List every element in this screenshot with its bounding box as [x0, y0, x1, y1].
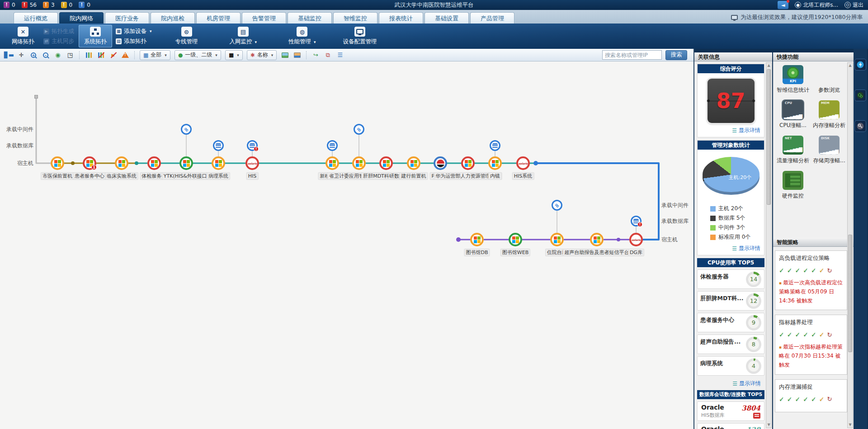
topology-node[interactable]: [509, 233, 522, 246]
cpu-top5-item[interactable]: 病理系统: [697, 356, 764, 376]
topology-node[interactable]: [470, 233, 484, 246]
alert-badge[interactable]: !56: [22, 2, 37, 8]
warning-check-icon[interactable]: ✓: [819, 331, 825, 338]
warning-check-icon[interactable]: ✓: [819, 396, 825, 403]
topology-node[interactable]: [434, 156, 447, 170]
quick-app-cpu[interactable]: CPU▂▃▄▅▆▇CPU涨幅...: [775, 100, 811, 129]
ribbon-add-topology[interactable]: ▤ 添加拓扑: [116, 38, 152, 45]
cpu-top5-item[interactable]: 体检服务器: [697, 269, 764, 289]
tab-院内巡检[interactable]: 院内巡检: [151, 12, 195, 24]
check-icon[interactable]: ✓: [779, 331, 784, 338]
topology-node[interactable]: [379, 156, 393, 170]
tab-院内网络[interactable]: 院内网络: [59, 12, 104, 24]
tab-智维监控[interactable]: 智维监控: [333, 12, 377, 24]
list-view-icon[interactable]: ☰: [335, 50, 345, 60]
tab-基础监控[interactable]: 基础监控: [288, 12, 332, 24]
check-icon[interactable]: ✓: [787, 267, 793, 274]
topology-node[interactable]: solaris: [629, 233, 643, 246]
tab-产品管理[interactable]: 产品管理: [470, 12, 514, 24]
quick-action-lightning-button[interactable]: [854, 59, 866, 71]
middleware-icon[interactable]: ∞: [354, 124, 364, 135]
ribbon-line-mgmt[interactable]: ⊙ 专线管理: [170, 25, 203, 47]
scroll-thumb[interactable]: [848, 235, 852, 352]
topology-node[interactable]: [461, 156, 475, 170]
ribbon-network-access[interactable]: ▤ 入网监控 ▾: [224, 25, 263, 47]
quick-app-net[interactable]: NET▂▃▄▅▆▇流量涨幅分析: [775, 136, 811, 165]
topology-node[interactable]: [147, 156, 161, 170]
quick-panel-scrollbar[interactable]: ▲ ▼: [847, 62, 853, 428]
middleware-icon[interactable]: ∞: [181, 124, 192, 135]
alert-badge[interactable]: !0: [79, 2, 90, 8]
copy-icon[interactable]: ⧉: [322, 50, 333, 60]
scroll-thumb[interactable]: [767, 69, 771, 205]
search-button[interactable]: 搜索: [665, 50, 687, 60]
check-icon[interactable]: ✓: [803, 396, 808, 403]
overview-icon[interactable]: ◉: [52, 50, 63, 60]
check-icon[interactable]: ✓: [803, 331, 808, 338]
topology-node[interactable]: [179, 156, 193, 170]
check-icon[interactable]: ✓: [795, 396, 800, 403]
tab-运行概览[interactable]: 运行概览: [14, 12, 58, 24]
topology-node[interactable]: [488, 156, 502, 170]
topology-node[interactable]: [590, 233, 604, 246]
refresh-icon[interactable]: ↻: [827, 396, 832, 402]
search-input[interactable]: [602, 50, 662, 60]
middleware-icon[interactable]: ∞: [552, 200, 562, 211]
topology-node[interactable]: [115, 156, 128, 170]
topology-node[interactable]: [407, 156, 420, 170]
label-mode-dropdown[interactable]: ✱ 名称▾: [247, 50, 277, 60]
check-icon[interactable]: ✓: [787, 331, 793, 338]
tab-告警管理[interactable]: 告警管理: [242, 12, 286, 24]
quick-app-clipboard[interactable]: 参数浏览: [811, 65, 847, 94]
topology-node[interactable]: [352, 156, 366, 170]
user-menu[interactable]: ● 北塔工程师s...: [795, 1, 838, 9]
refresh-icon[interactable]: ↻: [827, 267, 832, 274]
select-region-icon[interactable]: ◳: [65, 50, 75, 60]
quick-action-key-button[interactable]: [854, 120, 866, 132]
scroll-down-arrow[interactable]: ▼: [766, 422, 771, 428]
score-detail-link[interactable]: ☰ 显示详情: [698, 125, 764, 137]
hierarchy-layout-icon[interactable]: ▊▬: [4, 50, 14, 60]
cpu-top5-item[interactable]: 肝胆脾MDT科...: [697, 291, 764, 311]
cpu-detail-link[interactable]: ☰ 显示详情: [697, 378, 764, 390]
ribbon-performance[interactable]: ◍ 性能管理 ▾: [283, 25, 321, 47]
photo-color-icon[interactable]: [292, 50, 302, 60]
topology-node[interactable]: [212, 156, 225, 170]
quick-app-mem[interactable]: MEM▂▃▄▅▆▇内存涨幅分析: [811, 100, 847, 129]
shape-dropdown[interactable]: ■▾: [225, 50, 243, 60]
topology-canvas[interactable]: 承载中间件承载数据库宿主机承载中间件承载数据库宿主机市医保前置机1患者服务中心临…: [0, 61, 693, 429]
ribbon-topology-generate[interactable]: ▶ 拓扑生成: [43, 28, 74, 35]
tab-医疗业务[interactable]: 医疗业务: [105, 12, 149, 24]
pan-icon[interactable]: ✛: [16, 50, 27, 60]
ribbon-network-topology[interactable]: ✕ 网络拓扑: [6, 25, 40, 47]
quick-app-disk[interactable]: DISK▂▃▄▅▆▇存储周涨幅...: [811, 136, 847, 165]
db-session-item[interactable]: Oracle同步库138: [697, 423, 764, 429]
check-icon[interactable]: ✓: [779, 267, 784, 274]
alarm-filter-icon[interactable]: [120, 50, 131, 60]
check-icon[interactable]: ✓: [811, 396, 816, 403]
export-icon[interactable]: ↪: [310, 50, 321, 60]
alert-badge[interactable]: !0: [61, 2, 73, 8]
sound-button[interactable]: ◄: [778, 1, 788, 9]
chart-icon[interactable]: [83, 50, 94, 60]
scroll-up-arrow[interactable]: ▲: [766, 63, 771, 68]
scroll-up-arrow[interactable]: ▲: [848, 63, 853, 68]
ribbon-device-config[interactable]: 设备配置管理: [338, 25, 382, 47]
related-info-scrollbar[interactable]: ▲ ▼: [766, 62, 772, 428]
tab-报表统计[interactable]: 报表统计: [379, 12, 423, 24]
check-icon[interactable]: ✓: [779, 396, 784, 403]
objects-detail-link[interactable]: ☰ 显示详情: [698, 243, 764, 255]
topology-node[interactable]: 1: [83, 156, 96, 170]
zoom-in-icon[interactable]: +: [28, 50, 39, 60]
cpu-top5-item[interactable]: 超声自助报告...: [697, 335, 764, 354]
scope-dropdown[interactable]: ▦ 全部▾: [140, 50, 170, 60]
topology-node[interactable]: solaris: [516, 156, 530, 170]
topology-node[interactable]: [550, 233, 564, 246]
tab-基础设置[interactable]: 基础设置: [425, 12, 469, 24]
link-handle[interactable]: [34, 95, 38, 99]
topology-node[interactable]: solaris: [245, 156, 259, 170]
flag-off-icon[interactable]: [108, 50, 118, 60]
check-icon[interactable]: ✓: [803, 267, 808, 274]
ribbon-system-topology[interactable]: 系统拓扑: [79, 25, 112, 47]
check-icon[interactable]: ✓: [811, 331, 816, 338]
